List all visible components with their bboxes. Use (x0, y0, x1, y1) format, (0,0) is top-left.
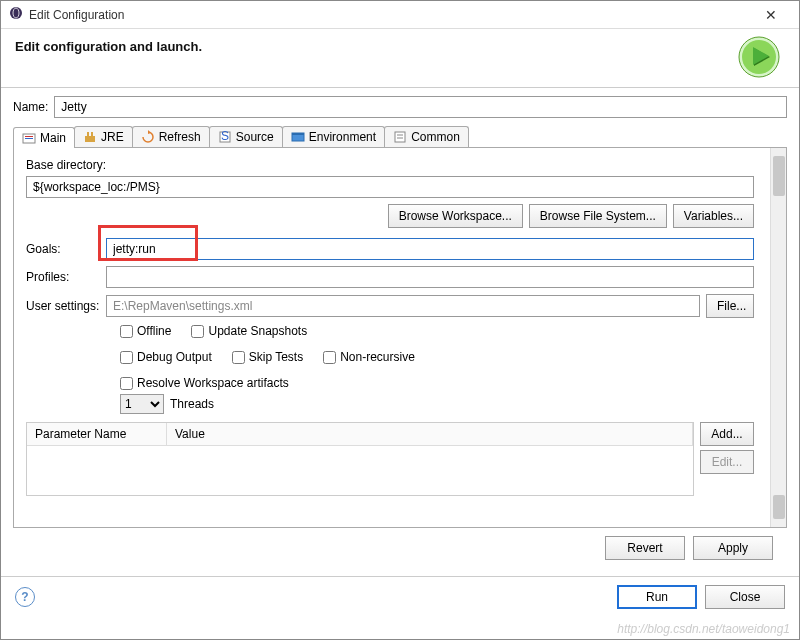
svg-rect-8 (25, 138, 33, 139)
parameter-section: Parameter Name Value Add... Edit... (26, 422, 754, 496)
threads-label: Threads (170, 397, 214, 411)
browse-workspace-button[interactable]: Browse Workspace... (388, 204, 523, 228)
eclipse-icon (9, 6, 23, 23)
jre-icon (83, 130, 97, 144)
tab-main[interactable]: Main (13, 127, 75, 148)
offline-checkbox[interactable]: Offline (120, 324, 171, 338)
profiles-row: Profiles: (26, 266, 774, 288)
profiles-input[interactable] (106, 266, 754, 288)
run-icon (737, 35, 781, 82)
close-footer-button[interactable]: Close (705, 585, 785, 609)
tab-label: Source (236, 130, 274, 144)
tab-refresh[interactable]: Refresh (132, 126, 210, 147)
titlebar: Edit Configuration ✕ (1, 1, 799, 29)
add-button[interactable]: Add... (700, 422, 754, 446)
base-dir-buttons: Browse Workspace... Browse File System..… (26, 204, 754, 228)
tab-jre[interactable]: JRE (74, 126, 133, 147)
goals-row: Goals: (26, 238, 774, 260)
svg-text:S: S (221, 130, 229, 143)
non-recursive-checkbox[interactable]: Non-recursive (323, 350, 415, 364)
resolve-workspace-checkbox[interactable]: Resolve Workspace artifacts (120, 376, 289, 390)
svg-rect-10 (87, 132, 89, 136)
threads-row: 1 Threads (120, 394, 774, 414)
run-button[interactable]: Run (617, 585, 697, 609)
col-parameter-name: Parameter Name (27, 423, 167, 445)
common-icon (393, 130, 407, 144)
scrollbar[interactable] (770, 148, 786, 527)
edit-button: Edit... (700, 450, 754, 474)
panel-footer-buttons: Revert Apply (13, 528, 787, 568)
watermark: http://blog.csdn.net/taoweidong1 (617, 622, 790, 636)
parameter-buttons: Add... Edit... (700, 422, 754, 496)
parameter-table[interactable]: Parameter Name Value (26, 422, 694, 496)
tab-environment[interactable]: Environment (282, 126, 385, 147)
tabstrip: Main JRE Refresh S Source Environment Co… (13, 124, 787, 148)
checkbox-grid: Offline Update Snapshots Debug Output Sk… (120, 324, 520, 390)
revert-button[interactable]: Revert (605, 536, 685, 560)
tab-label: Common (411, 130, 460, 144)
tab-label: Main (40, 131, 66, 145)
parameter-header: Parameter Name Value (27, 423, 693, 446)
svg-rect-9 (85, 136, 95, 142)
update-snapshots-checkbox[interactable]: Update Snapshots (191, 324, 307, 338)
goals-input[interactable] (106, 238, 754, 260)
refresh-icon (141, 130, 155, 144)
debug-output-checkbox[interactable]: Debug Output (120, 350, 212, 364)
help-icon[interactable]: ? (15, 587, 35, 607)
goals-label: Goals: (26, 242, 106, 256)
main-panel: Base directory: Browse Workspace... Brow… (13, 148, 787, 528)
tab-label: Refresh (159, 130, 201, 144)
environment-icon (291, 130, 305, 144)
svg-rect-17 (395, 132, 405, 142)
user-settings-label: User settings: (26, 299, 106, 313)
base-dir-label: Base directory: (26, 158, 774, 172)
tab-label: JRE (101, 130, 124, 144)
dialog-content: Name: Main JRE Refresh S Source Environm… (1, 87, 799, 576)
profiles-label: Profiles: (26, 270, 106, 284)
user-settings-row: User settings: File... (26, 294, 774, 318)
main-icon (22, 131, 36, 145)
name-input[interactable] (54, 96, 787, 118)
tab-source[interactable]: S Source (209, 126, 283, 147)
window-title: Edit Configuration (29, 8, 751, 22)
svg-point-0 (10, 7, 22, 19)
apply-button[interactable]: Apply (693, 536, 773, 560)
tab-label: Environment (309, 130, 376, 144)
browse-filesystem-button[interactable]: Browse File System... (529, 204, 667, 228)
svg-rect-16 (292, 133, 304, 135)
threads-select[interactable]: 1 (120, 394, 164, 414)
dialog-heading: Edit configuration and launch. (15, 39, 785, 54)
scroll-thumb[interactable] (773, 495, 785, 519)
skip-tests-checkbox[interactable]: Skip Tests (232, 350, 303, 364)
dialog-footer: ? Run Close (1, 576, 799, 617)
file-button[interactable]: File... (706, 294, 754, 318)
svg-rect-7 (25, 136, 33, 137)
svg-rect-11 (91, 132, 93, 136)
base-dir-input[interactable] (26, 176, 754, 198)
user-settings-input[interactable] (106, 295, 700, 317)
close-button[interactable]: ✕ (751, 7, 791, 23)
source-icon: S (218, 130, 232, 144)
variables-button[interactable]: Variables... (673, 204, 754, 228)
scroll-thumb[interactable] (773, 156, 785, 196)
col-value: Value (167, 423, 693, 445)
name-label: Name: (13, 100, 48, 114)
dialog-header: Edit configuration and launch. (1, 29, 799, 87)
tab-common[interactable]: Common (384, 126, 469, 147)
name-row: Name: (13, 96, 787, 118)
